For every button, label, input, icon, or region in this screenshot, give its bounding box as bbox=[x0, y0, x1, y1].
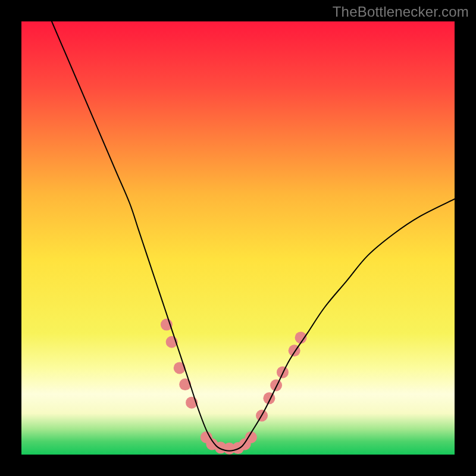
gradient-background bbox=[21, 21, 455, 455]
bottleneck-chart bbox=[21, 21, 455, 455]
plot-area bbox=[21, 21, 455, 455]
chart-frame: TheBottlenecker.com bbox=[0, 0, 476, 476]
watermark-text: TheBottlenecker.com bbox=[333, 4, 469, 20]
marker-dot bbox=[270, 380, 282, 392]
marker-dot bbox=[179, 378, 191, 390]
